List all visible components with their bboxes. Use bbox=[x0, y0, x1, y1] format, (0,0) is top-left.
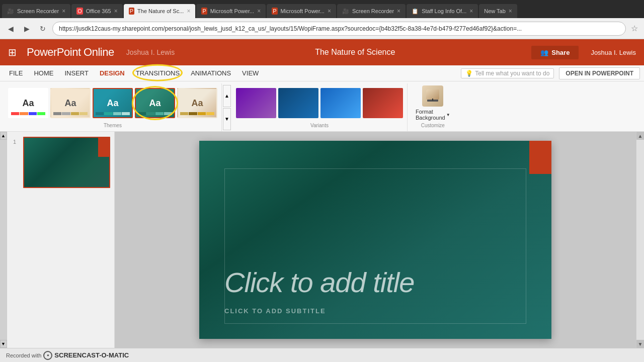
tab-close[interactable]: × bbox=[257, 8, 261, 15]
tab-screenrecorder[interactable]: 🎥 Screen Recorder × bbox=[2, 4, 70, 18]
variant-tiles bbox=[236, 83, 403, 123]
theme-label: Aa bbox=[191, 98, 203, 109]
tab-screenrecorder2[interactable]: 🎥 Screen Recorder × bbox=[337, 4, 406, 18]
slide-thumbnail-container-1: 1 bbox=[11, 136, 112, 189]
slide-thumbnail-red-corner bbox=[98, 138, 109, 157]
tab-naturescience[interactable]: P The Nature of Sc... × bbox=[124, 4, 196, 18]
tab-label: Staff Log Info Of... bbox=[422, 8, 466, 14]
format-bg-dropdown-icon: ▼ bbox=[446, 113, 450, 117]
slide-title-placeholder[interactable]: Click to add title bbox=[224, 266, 526, 299]
address-bar[interactable] bbox=[52, 22, 626, 36]
share-label: Share bbox=[551, 49, 570, 56]
theme-ion-tile[interactable]: Aa bbox=[93, 88, 133, 118]
canvas-area: Click to add title CLICK TO ADD SUBTITLE bbox=[115, 132, 636, 348]
tab-label: Screen Recorder bbox=[352, 8, 394, 14]
theme-teal-tile[interactable]: Aa bbox=[135, 88, 175, 118]
brand-label: SCREENCAST-O-MATIC bbox=[54, 351, 129, 359]
tab-label: Office 365 bbox=[86, 8, 111, 14]
share-button[interactable]: 👥 Share bbox=[531, 46, 579, 59]
variant-blue-tile[interactable] bbox=[320, 88, 361, 118]
variant-red-tile[interactable] bbox=[363, 88, 403, 118]
app-title: PowerPoint Online bbox=[27, 46, 114, 59]
format-background-button[interactable]: FormatBackground ▼ bbox=[412, 83, 454, 123]
reload-button[interactable]: ↻ bbox=[36, 22, 49, 35]
tab-mspower2[interactable]: P Microsoft Power... × bbox=[267, 4, 336, 18]
open-in-powerpoint-button[interactable]: OPEN IN POWERPOINT bbox=[559, 67, 640, 79]
tab-close[interactable]: × bbox=[469, 8, 473, 15]
doc-title: The Nature of Science bbox=[187, 48, 523, 57]
tell-me-input[interactable]: 💡 Tell me what you want to do bbox=[461, 68, 554, 78]
bookmark-icon[interactable]: ☆ bbox=[629, 24, 640, 33]
customize-label: Customize bbox=[421, 123, 445, 129]
right-scrollbar: ▲ ▼ bbox=[636, 132, 644, 348]
slide-panel-scroll-up[interactable]: ▲ bbox=[0, 132, 7, 140]
theme-label: Aa bbox=[107, 98, 118, 109]
scroll-down-button[interactable]: ▼ bbox=[636, 340, 645, 348]
format-bg-icon bbox=[422, 85, 443, 107]
tab-office365[interactable]: O Office 365 × bbox=[71, 4, 123, 18]
themes-label: Themes bbox=[104, 123, 122, 129]
tab-close[interactable]: × bbox=[62, 8, 65, 15]
ribbon-theme-scroll: ▲ ▼ bbox=[222, 83, 232, 131]
variant-teal-tile[interactable] bbox=[278, 88, 318, 118]
tab-close[interactable]: × bbox=[397, 8, 400, 15]
menu-design[interactable]: DESIGN bbox=[95, 67, 130, 79]
ribbon-variants-section: Variants bbox=[232, 83, 408, 131]
forward-button[interactable]: ▶ bbox=[20, 22, 33, 35]
tab-close[interactable]: × bbox=[509, 8, 512, 15]
tell-me-label: Tell me what you want to do bbox=[475, 70, 549, 77]
screencast-icon: ● bbox=[43, 351, 52, 360]
theme-label: Aa bbox=[22, 98, 34, 109]
ribbon-themes-section: Aa Aa A bbox=[4, 83, 222, 131]
menu-insert[interactable]: INSERT bbox=[59, 67, 93, 79]
recorded-with-label: Recorded with bbox=[6, 352, 41, 358]
theme-office-tile[interactable]: Aa bbox=[8, 88, 48, 118]
transitions-highlight bbox=[132, 64, 183, 81]
slide-subtitle-placeholder[interactable]: CLICK TO ADD SUBTITLE bbox=[224, 307, 526, 315]
ribbon: Aa Aa A bbox=[0, 81, 644, 132]
ribbon-menubar: FILE HOME INSERT DESIGN TRANSITIONS ANIM… bbox=[0, 65, 644, 81]
variants-label: Variants bbox=[310, 123, 329, 129]
tab-close[interactable]: × bbox=[328, 8, 331, 15]
tab-stafflog[interactable]: 📋 Staff Log Info Of... × bbox=[407, 4, 478, 18]
slide-number-1: 1 bbox=[13, 139, 21, 145]
svg-rect-3 bbox=[432, 99, 433, 101]
menu-home[interactable]: HOME bbox=[29, 67, 58, 79]
slide-panel: ▲ ▼ 1 bbox=[0, 132, 115, 348]
main-area: ▲ ▼ 1 Click to add title CLICK TO ADD SU… bbox=[0, 132, 644, 348]
share-icon: 👥 bbox=[540, 49, 548, 56]
theme-label: Aa bbox=[64, 98, 76, 109]
tab-close[interactable]: × bbox=[114, 8, 118, 15]
scroll-track[interactable] bbox=[636, 140, 644, 340]
menu-file[interactable]: FILE bbox=[4, 67, 28, 79]
menu-transitions[interactable]: TRANSITIONS bbox=[131, 67, 185, 79]
scroll-up-button[interactable]: ▲ bbox=[636, 132, 645, 140]
theme-scroll-down[interactable]: ▼ bbox=[223, 108, 231, 130]
variant-purple-tile[interactable] bbox=[236, 88, 276, 118]
menu-animations[interactable]: ANIMATIONS bbox=[186, 67, 236, 79]
svg-rect-1 bbox=[426, 89, 439, 100]
tab-label: Screen Recorder bbox=[17, 8, 59, 14]
lightbulb-icon: 💡 bbox=[465, 70, 473, 77]
theme-retrospect-tile[interactable]: Aa bbox=[177, 88, 217, 118]
screencast-logo: Recorded with ● SCREENCAST-O-MATIC bbox=[6, 351, 129, 360]
slide-panel-scroll-down[interactable]: ▼ bbox=[0, 340, 7, 348]
tab-newtab[interactable]: New Tab × bbox=[479, 4, 517, 18]
tab-mspower1[interactable]: P Microsoft Power... × bbox=[196, 4, 266, 18]
format-bg-label: FormatBackground ▼ bbox=[416, 109, 450, 121]
back-button[interactable]: ◀ bbox=[4, 22, 17, 35]
theme-teal-wrap: Aa bbox=[135, 88, 175, 118]
menu-view[interactable]: VIEW bbox=[237, 67, 264, 79]
grid-icon[interactable]: ⊞ bbox=[8, 46, 17, 58]
theme-scroll-up[interactable]: ▲ bbox=[223, 85, 231, 107]
footer: Recorded with ● SCREENCAST-O-MATIC bbox=[0, 348, 644, 362]
tab-label: Microsoft Power... bbox=[281, 8, 325, 14]
slide-canvas[interactable]: Click to add title CLICK TO ADD SUBTITLE bbox=[199, 141, 551, 339]
tab-close[interactable]: × bbox=[187, 8, 190, 15]
theme-label: Aa bbox=[149, 98, 160, 109]
slide-panel-scrollbar[interactable]: ▲ ▼ bbox=[0, 132, 7, 348]
slide-panel-track bbox=[0, 140, 7, 340]
theme-facet-tile[interactable]: Aa bbox=[50, 88, 91, 118]
app-header: ⊞ PowerPoint Online Joshua I. Lewis The … bbox=[0, 39, 644, 65]
slide-thumbnail-1[interactable] bbox=[23, 137, 110, 188]
